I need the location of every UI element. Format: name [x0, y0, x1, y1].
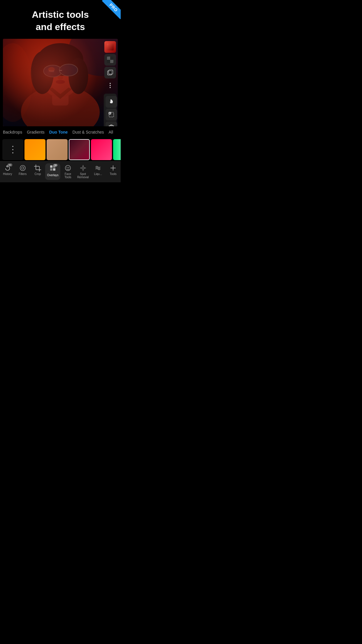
pro-badge: PRO — [97, 0, 121, 23]
nav-spot-removal[interactable]: Spot Removal — [75, 163, 91, 180]
tab-all[interactable]: All — [109, 129, 113, 135]
tab-gradients[interactable]: Gradients — [27, 129, 45, 135]
svg-point-8 — [44, 65, 62, 77]
svg-marker-15 — [49, 88, 72, 99]
preset-tan[interactable] — [47, 139, 68, 160]
layers-button[interactable] — [104, 67, 116, 78]
nav-history[interactable]: 60 History — [0, 163, 15, 180]
nav-face-tools[interactable]: Face Tools — [60, 163, 75, 180]
svg-point-35 — [66, 167, 67, 168]
svg-point-36 — [68, 167, 69, 168]
nav-history-label: History — [3, 172, 12, 176]
toolbar-bottom-section — [104, 94, 117, 126]
svg-point-13 — [58, 76, 63, 80]
nav-liquify-label: Liqu... — [94, 172, 102, 176]
filters-icon — [19, 164, 26, 172]
nav-spot-removal-label: Spot Removal — [76, 172, 90, 179]
move-button[interactable] — [106, 96, 117, 108]
tab-backdrops[interactable]: Backdrops — [3, 129, 22, 135]
tab-duo-tone[interactable]: Duo Tone — [49, 129, 68, 135]
nav-crop[interactable]: Crop — [30, 163, 45, 180]
nav-overlays-label: Overlays — [47, 174, 58, 177]
svg-point-34 — [65, 165, 71, 171]
svg-text:POSE: POSE — [49, 70, 55, 73]
preset-green-container: ✓ — [113, 139, 121, 160]
crop-select-icon — [108, 111, 115, 118]
canvas-container: POSE — [3, 39, 118, 126]
svg-point-7 — [68, 58, 88, 94]
svg-rect-17 — [107, 43, 114, 50]
tools-add-icon — [110, 164, 117, 172]
svg-rect-33 — [53, 168, 55, 171]
right-toolbar — [103, 39, 118, 126]
presets-row: ✓ — [0, 138, 121, 161]
nav-tools-label: Tools — [110, 172, 116, 176]
color-swatch-icon — [107, 43, 114, 50]
history-badge: 60 — [7, 163, 12, 167]
nav-overlays[interactable]: 1 Overlays — [45, 163, 60, 180]
nav-crop-label: Crop — [35, 172, 41, 176]
svg-rect-24 — [110, 125, 112, 126]
crop-select-button[interactable] — [106, 109, 117, 120]
svg-point-2 — [21, 86, 100, 126]
svg-point-29 — [22, 167, 24, 169]
photo-svg: POSE — [3, 39, 118, 126]
svg-rect-3 — [52, 86, 68, 106]
svg-rect-20 — [109, 112, 114, 117]
svg-point-11 — [48, 67, 55, 72]
nav-tools[interactable]: Tools — [106, 163, 121, 180]
hand-icon — [108, 99, 115, 105]
svg-point-14 — [56, 80, 65, 84]
nav-filters[interactable]: Filters — [15, 163, 30, 180]
svg-rect-32 — [50, 168, 52, 171]
svg-point-5 — [37, 43, 83, 76]
photo-area: POSE — [3, 39, 118, 126]
svg-point-28 — [20, 165, 25, 171]
svg-point-4 — [39, 48, 82, 97]
overlays-badge: 1 — [53, 164, 57, 167]
tab-dust-scratches[interactable]: Dust & Scratches — [72, 129, 104, 135]
svg-point-9 — [59, 64, 78, 76]
preset-dark-red[interactable] — [69, 139, 90, 160]
preset-menu-icon — [12, 145, 13, 154]
toolbar-top-section — [103, 39, 118, 94]
spot-removal-icon — [80, 164, 87, 172]
pro-badge-text: PRO — [102, 0, 121, 19]
preset-orange[interactable] — [24, 139, 45, 160]
layers-icon — [107, 69, 113, 76]
preset-menu[interactable] — [2, 139, 23, 160]
checkerboard-icon — [107, 57, 113, 63]
preset-pink-red[interactable] — [91, 139, 112, 160]
preset-green[interactable] — [113, 139, 121, 160]
svg-point-37 — [82, 167, 84, 169]
face-tools-icon — [64, 164, 71, 172]
svg-rect-0 — [3, 39, 118, 126]
more-options-button[interactable] — [104, 80, 116, 91]
svg-point-6 — [31, 51, 54, 94]
svg-point-16 — [3, 43, 32, 122]
color-picker-button[interactable] — [104, 41, 116, 53]
svg-rect-30 — [50, 165, 52, 168]
nav-filters-label: Filters — [19, 172, 27, 176]
three-dots-icon — [110, 83, 111, 88]
svg-rect-21 — [109, 112, 111, 114]
transparency-button[interactable] — [104, 54, 116, 66]
nav-face-tools-label: Face Tools — [61, 172, 75, 179]
bottom-nav: 60 History Filters Crop 1 — [0, 161, 121, 182]
delete-button[interactable] — [106, 122, 117, 126]
svg-rect-19 — [109, 70, 113, 74]
category-tabs: Backdrops Gradients Duo Tone Dust & Scra… — [0, 126, 121, 138]
trash-icon — [108, 124, 114, 126]
nav-liquify[interactable]: Liqu... — [91, 163, 106, 180]
liquify-icon — [94, 164, 101, 172]
overlays-icon-container: 1 — [49, 164, 56, 173]
crop-icon — [34, 164, 41, 172]
